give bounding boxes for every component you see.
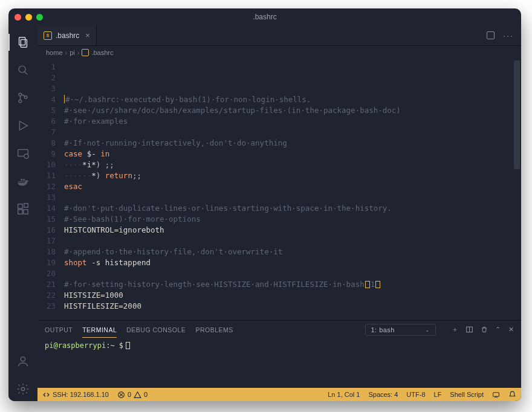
status-bar: SSH: 192.168.1.10 0 0 Ln 1, Col 1 Spaces…	[37, 388, 521, 401]
svg-marker-7	[20, 121, 28, 130]
code-area[interactable]: #·~/.bashrc:·executed·by·bash(1)·for·non…	[62, 59, 521, 320]
warnings-count: 0	[144, 391, 148, 398]
indentation-status[interactable]: Spaces: 4	[368, 391, 398, 398]
svg-rect-11	[18, 210, 22, 214]
kill-terminal-icon[interactable]	[481, 326, 488, 335]
editor-group: $ .bashrc × ··· home › pi › .bashrc	[37, 25, 521, 401]
window-title: .bashrc	[8, 13, 521, 21]
chevron-right-icon: ›	[65, 49, 68, 56]
terminal-prompt-path: :~ $	[106, 341, 123, 350]
tab-bar: $ .bashrc × ···	[37, 25, 521, 46]
new-terminal-icon[interactable]: ＋	[452, 326, 459, 335]
svg-point-2	[19, 66, 25, 72]
activity-bar	[8, 25, 37, 401]
svg-rect-10	[18, 204, 22, 208]
problems-status[interactable]: 0 0	[117, 391, 148, 399]
terminal-prompt-user: pi@raspberrypi	[45, 341, 106, 350]
panel-tab-output[interactable]: OUTPUT	[45, 326, 73, 333]
errors-count: 0	[128, 391, 131, 398]
svg-rect-12	[24, 210, 28, 214]
remote-status[interactable]: SSH: 192.168.1.10	[42, 391, 109, 399]
extensions-icon[interactable]	[8, 197, 37, 221]
title-bar: .bashrc	[8, 8, 521, 25]
svg-point-9	[24, 154, 28, 158]
svg-rect-21	[493, 392, 499, 396]
chevron-right-icon: ›	[77, 49, 80, 56]
split-editor-icon[interactable]	[487, 31, 495, 39]
remote-explorer-icon[interactable]	[8, 141, 37, 166]
line-gutter: 1234567891011121314151617181920212223	[37, 59, 62, 320]
terminal-selector[interactable]: 1: bash ⌄	[365, 324, 435, 336]
svg-point-5	[19, 100, 22, 103]
maximize-panel-icon[interactable]: ⌃	[495, 326, 501, 335]
vertical-scrollbar[interactable]	[514, 60, 520, 169]
panel-tab-bar: OUTPUT TERMINAL DEBUG CONSOLE PROBLEMS 1…	[37, 321, 521, 339]
breadcrumb-segment[interactable]: .bashrc	[91, 49, 113, 56]
encoding-status[interactable]: UTF-8	[406, 391, 425, 398]
run-debug-icon[interactable]	[8, 114, 37, 138]
search-icon[interactable]	[8, 58, 37, 82]
split-terminal-icon[interactable]	[465, 326, 473, 335]
remote-status-label: SSH: 192.168.1.10	[53, 391, 109, 398]
terminal-body[interactable]: pi@raspberrypi:~ $	[37, 339, 521, 388]
language-status[interactable]: Shell Script	[450, 391, 484, 398]
close-panel-icon[interactable]: ✕	[508, 326, 514, 335]
explorer-icon[interactable]	[8, 30, 37, 54]
tab-bashrc[interactable]: $ .bashrc ×	[37, 25, 97, 45]
panel-tab-problems[interactable]: PROBLEMS	[195, 326, 233, 333]
docker-icon[interactable]	[8, 169, 37, 193]
svg-rect-1	[21, 39, 27, 47]
shell-file-icon: $	[44, 31, 52, 40]
svg-line-3	[25, 72, 28, 75]
terminal-cursor	[126, 342, 130, 349]
source-control-icon[interactable]	[8, 86, 37, 110]
cursor-position[interactable]: Ln 1, Col 1	[328, 391, 360, 398]
tab-label: .bashrc	[56, 31, 79, 40]
app-window: .bashrc	[8, 8, 521, 401]
breadcrumb[interactable]: home › pi › .bashrc	[37, 46, 521, 59]
bottom-panel: OUTPUT TERMINAL DEBUG CONSOLE PROBLEMS 1…	[37, 320, 521, 388]
terminal-selector-label: 1: bash	[371, 326, 395, 333]
chevron-down-icon: ⌄	[425, 327, 430, 333]
notifications-bell-icon[interactable]	[508, 391, 516, 399]
editor-actions: ···	[479, 25, 521, 45]
panel-tab-debug-console[interactable]: DEBUG CONSOLE	[126, 326, 186, 333]
eol-status[interactable]: LF	[434, 391, 442, 398]
breadcrumb-segment[interactable]: pi	[70, 49, 75, 56]
account-icon[interactable]	[8, 349, 37, 373]
settings-gear-icon[interactable]	[8, 377, 37, 401]
shell-file-icon	[82, 49, 89, 56]
close-tab-icon[interactable]: ×	[85, 31, 90, 40]
svg-rect-0	[19, 37, 25, 45]
svg-point-15	[21, 387, 25, 391]
svg-rect-13	[24, 204, 28, 207]
svg-point-4	[19, 93, 22, 96]
code-editor[interactable]: 1234567891011121314151617181920212223 #·…	[37, 59, 521, 320]
breadcrumb-segment[interactable]: home	[46, 49, 63, 56]
more-actions-icon[interactable]: ···	[503, 31, 514, 40]
panel-tab-terminal[interactable]: TERMINAL	[82, 326, 117, 338]
feedback-icon[interactable]	[492, 391, 500, 399]
svg-point-14	[21, 357, 25, 361]
